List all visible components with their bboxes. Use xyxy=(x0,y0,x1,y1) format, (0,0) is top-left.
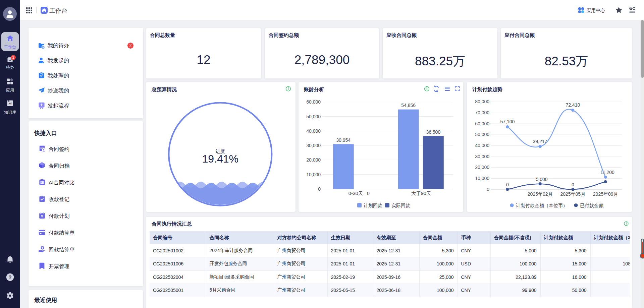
svg-text:?: ? xyxy=(8,274,11,280)
svg-text:40,000: 40,000 xyxy=(306,128,321,134)
svg-text:36,500: 36,500 xyxy=(426,129,440,135)
svg-text:70,000: 70,000 xyxy=(475,110,489,115)
svg-text:60,000: 60,000 xyxy=(475,121,489,126)
svg-text:5,000: 5,000 xyxy=(536,177,547,182)
svg-text:大于90天: 大于90天 xyxy=(411,191,431,196)
svg-text:2025年02月: 2025年02月 xyxy=(528,191,553,197)
svg-text:10,000: 10,000 xyxy=(306,172,321,177)
svg-text:2025年09月: 2025年09月 xyxy=(593,191,618,197)
svg-text:0: 0 xyxy=(572,182,574,187)
svg-text:57,100: 57,100 xyxy=(500,119,515,124)
svg-text:40,000: 40,000 xyxy=(475,143,489,148)
svg-text:50,000: 50,000 xyxy=(475,132,489,137)
svg-text:计划付款金额（本位币）: 计划付款金额（本位币） xyxy=(516,203,568,208)
svg-text:39,217: 39,217 xyxy=(533,139,547,144)
svg-text:AI: AI xyxy=(9,102,12,105)
svg-text:计划回款: 计划回款 xyxy=(363,203,382,208)
svg-text:54,856: 54,856 xyxy=(401,103,416,108)
svg-text:80,000: 80,000 xyxy=(475,99,489,104)
svg-text:72,410: 72,410 xyxy=(566,102,580,108)
svg-text:0: 0 xyxy=(367,191,370,196)
svg-text:2025年05月: 2025年05月 xyxy=(560,191,585,197)
svg-text:已付款金额: 已付款金额 xyxy=(580,203,603,208)
svg-text:50,000: 50,000 xyxy=(306,114,321,119)
svg-text:10,000: 10,000 xyxy=(475,176,489,181)
svg-text:30,000: 30,000 xyxy=(475,154,489,159)
svg-text:19.41%: 19.41% xyxy=(202,153,238,165)
svg-text:0-30天: 0-30天 xyxy=(348,191,363,196)
svg-text:0: 0 xyxy=(487,187,489,192)
svg-text:实际回款: 实际回款 xyxy=(391,203,410,208)
svg-text:20,000: 20,000 xyxy=(475,165,489,170)
svg-text:0: 0 xyxy=(506,182,509,187)
svg-text:30,954: 30,954 xyxy=(336,137,351,143)
svg-text:0: 0 xyxy=(318,186,321,192)
svg-text:60,000: 60,000 xyxy=(306,99,321,105)
svg-text:20,000: 20,000 xyxy=(306,157,321,163)
svg-text:30,000: 30,000 xyxy=(306,143,321,148)
svg-text:11,200: 11,200 xyxy=(600,170,614,175)
